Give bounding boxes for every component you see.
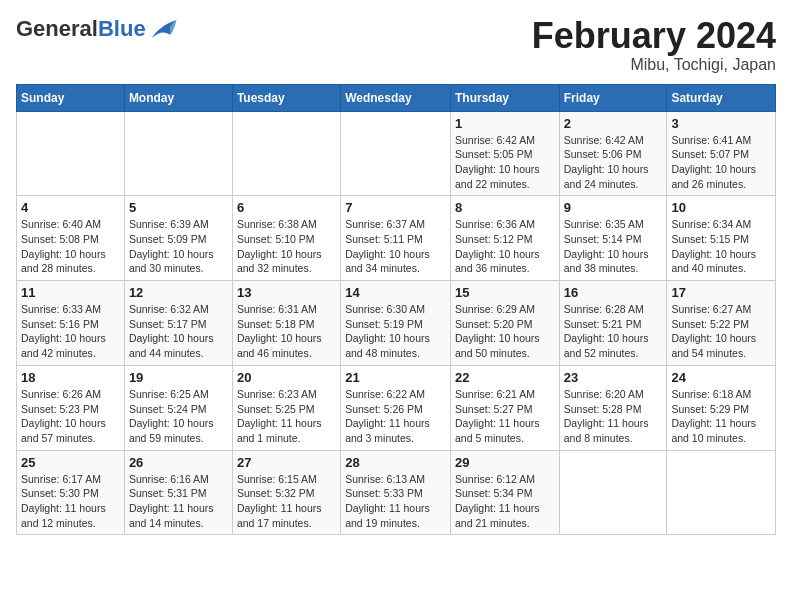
day-info: Sunrise: 6:12 AM Sunset: 5:34 PM Dayligh… <box>455 472 555 531</box>
day-number: 29 <box>455 455 555 470</box>
calendar-cell: 14Sunrise: 6:30 AM Sunset: 5:19 PM Dayli… <box>341 281 451 366</box>
logo-bird-icon <box>148 17 178 41</box>
day-number: 22 <box>455 370 555 385</box>
calendar-cell: 4Sunrise: 6:40 AM Sunset: 5:08 PM Daylig… <box>17 196 125 281</box>
logo: GeneralBlue <box>16 16 178 42</box>
calendar-cell: 7Sunrise: 6:37 AM Sunset: 5:11 PM Daylig… <box>341 196 451 281</box>
calendar-table: SundayMondayTuesdayWednesdayThursdayFrid… <box>16 84 776 536</box>
day-info: Sunrise: 6:30 AM Sunset: 5:19 PM Dayligh… <box>345 302 446 361</box>
calendar-cell: 15Sunrise: 6:29 AM Sunset: 5:20 PM Dayli… <box>450 281 559 366</box>
logo-blue: Blue <box>98 16 146 41</box>
calendar-cell: 8Sunrise: 6:36 AM Sunset: 5:12 PM Daylig… <box>450 196 559 281</box>
day-number: 27 <box>237 455 336 470</box>
day-info: Sunrise: 6:31 AM Sunset: 5:18 PM Dayligh… <box>237 302 336 361</box>
calendar-cell: 2Sunrise: 6:42 AM Sunset: 5:06 PM Daylig… <box>559 111 667 196</box>
day-info: Sunrise: 6:42 AM Sunset: 5:05 PM Dayligh… <box>455 133 555 192</box>
calendar-cell: 11Sunrise: 6:33 AM Sunset: 5:16 PM Dayli… <box>17 281 125 366</box>
day-number: 14 <box>345 285 446 300</box>
calendar-cell: 18Sunrise: 6:26 AM Sunset: 5:23 PM Dayli… <box>17 365 125 450</box>
day-info: Sunrise: 6:40 AM Sunset: 5:08 PM Dayligh… <box>21 217 120 276</box>
weekday-header-tuesday: Tuesday <box>232 84 340 111</box>
day-info: Sunrise: 6:34 AM Sunset: 5:15 PM Dayligh… <box>671 217 771 276</box>
calendar-cell: 3Sunrise: 6:41 AM Sunset: 5:07 PM Daylig… <box>667 111 776 196</box>
day-number: 16 <box>564 285 663 300</box>
day-number: 2 <box>564 116 663 131</box>
day-info: Sunrise: 6:38 AM Sunset: 5:10 PM Dayligh… <box>237 217 336 276</box>
calendar-cell: 23Sunrise: 6:20 AM Sunset: 5:28 PM Dayli… <box>559 365 667 450</box>
calendar-header: SundayMondayTuesdayWednesdayThursdayFrid… <box>17 84 776 111</box>
calendar-cell <box>667 450 776 535</box>
day-number: 15 <box>455 285 555 300</box>
day-info: Sunrise: 6:22 AM Sunset: 5:26 PM Dayligh… <box>345 387 446 446</box>
page-header: GeneralBlue February 2024 Mibu, Tochigi,… <box>16 16 776 74</box>
calendar-cell: 28Sunrise: 6:13 AM Sunset: 5:33 PM Dayli… <box>341 450 451 535</box>
calendar-cell <box>124 111 232 196</box>
weekday-header-sunday: Sunday <box>17 84 125 111</box>
day-number: 28 <box>345 455 446 470</box>
day-info: Sunrise: 6:35 AM Sunset: 5:14 PM Dayligh… <box>564 217 663 276</box>
logo-text: GeneralBlue <box>16 16 146 42</box>
title-section: February 2024 Mibu, Tochigi, Japan <box>532 16 776 74</box>
calendar-cell: 29Sunrise: 6:12 AM Sunset: 5:34 PM Dayli… <box>450 450 559 535</box>
calendar-week-1: 1Sunrise: 6:42 AM Sunset: 5:05 PM Daylig… <box>17 111 776 196</box>
day-number: 21 <box>345 370 446 385</box>
day-info: Sunrise: 6:42 AM Sunset: 5:06 PM Dayligh… <box>564 133 663 192</box>
day-number: 18 <box>21 370 120 385</box>
calendar-cell: 22Sunrise: 6:21 AM Sunset: 5:27 PM Dayli… <box>450 365 559 450</box>
day-info: Sunrise: 6:36 AM Sunset: 5:12 PM Dayligh… <box>455 217 555 276</box>
weekday-header-friday: Friday <box>559 84 667 111</box>
day-number: 19 <box>129 370 228 385</box>
calendar-cell: 25Sunrise: 6:17 AM Sunset: 5:30 PM Dayli… <box>17 450 125 535</box>
day-info: Sunrise: 6:16 AM Sunset: 5:31 PM Dayligh… <box>129 472 228 531</box>
calendar-cell: 10Sunrise: 6:34 AM Sunset: 5:15 PM Dayli… <box>667 196 776 281</box>
calendar-cell <box>341 111 451 196</box>
day-info: Sunrise: 6:41 AM Sunset: 5:07 PM Dayligh… <box>671 133 771 192</box>
weekday-header-thursday: Thursday <box>450 84 559 111</box>
day-number: 1 <box>455 116 555 131</box>
day-info: Sunrise: 6:33 AM Sunset: 5:16 PM Dayligh… <box>21 302 120 361</box>
weekday-header-saturday: Saturday <box>667 84 776 111</box>
calendar-week-4: 18Sunrise: 6:26 AM Sunset: 5:23 PM Dayli… <box>17 365 776 450</box>
day-number: 25 <box>21 455 120 470</box>
calendar-body: 1Sunrise: 6:42 AM Sunset: 5:05 PM Daylig… <box>17 111 776 535</box>
day-info: Sunrise: 6:39 AM Sunset: 5:09 PM Dayligh… <box>129 217 228 276</box>
calendar-cell: 21Sunrise: 6:22 AM Sunset: 5:26 PM Dayli… <box>341 365 451 450</box>
day-info: Sunrise: 6:26 AM Sunset: 5:23 PM Dayligh… <box>21 387 120 446</box>
weekday-header-wednesday: Wednesday <box>341 84 451 111</box>
day-number: 10 <box>671 200 771 215</box>
calendar-week-5: 25Sunrise: 6:17 AM Sunset: 5:30 PM Dayli… <box>17 450 776 535</box>
day-number: 12 <box>129 285 228 300</box>
day-info: Sunrise: 6:13 AM Sunset: 5:33 PM Dayligh… <box>345 472 446 531</box>
calendar-cell: 9Sunrise: 6:35 AM Sunset: 5:14 PM Daylig… <box>559 196 667 281</box>
day-number: 11 <box>21 285 120 300</box>
day-number: 4 <box>21 200 120 215</box>
calendar-cell <box>232 111 340 196</box>
logo-general: General <box>16 16 98 41</box>
calendar-week-3: 11Sunrise: 6:33 AM Sunset: 5:16 PM Dayli… <box>17 281 776 366</box>
day-number: 6 <box>237 200 336 215</box>
calendar-cell: 12Sunrise: 6:32 AM Sunset: 5:17 PM Dayli… <box>124 281 232 366</box>
day-number: 5 <box>129 200 228 215</box>
day-number: 23 <box>564 370 663 385</box>
calendar-cell: 13Sunrise: 6:31 AM Sunset: 5:18 PM Dayli… <box>232 281 340 366</box>
calendar-cell: 16Sunrise: 6:28 AM Sunset: 5:21 PM Dayli… <box>559 281 667 366</box>
calendar-cell: 5Sunrise: 6:39 AM Sunset: 5:09 PM Daylig… <box>124 196 232 281</box>
day-number: 7 <box>345 200 446 215</box>
day-info: Sunrise: 6:18 AM Sunset: 5:29 PM Dayligh… <box>671 387 771 446</box>
day-info: Sunrise: 6:37 AM Sunset: 5:11 PM Dayligh… <box>345 217 446 276</box>
month-title: February 2024 <box>532 16 776 56</box>
calendar-cell: 17Sunrise: 6:27 AM Sunset: 5:22 PM Dayli… <box>667 281 776 366</box>
day-number: 26 <box>129 455 228 470</box>
day-info: Sunrise: 6:27 AM Sunset: 5:22 PM Dayligh… <box>671 302 771 361</box>
day-info: Sunrise: 6:23 AM Sunset: 5:25 PM Dayligh… <box>237 387 336 446</box>
weekday-header-row: SundayMondayTuesdayWednesdayThursdayFrid… <box>17 84 776 111</box>
weekday-header-monday: Monday <box>124 84 232 111</box>
day-number: 17 <box>671 285 771 300</box>
day-info: Sunrise: 6:25 AM Sunset: 5:24 PM Dayligh… <box>129 387 228 446</box>
day-number: 20 <box>237 370 336 385</box>
calendar-cell: 1Sunrise: 6:42 AM Sunset: 5:05 PM Daylig… <box>450 111 559 196</box>
day-number: 3 <box>671 116 771 131</box>
day-number: 8 <box>455 200 555 215</box>
day-info: Sunrise: 6:15 AM Sunset: 5:32 PM Dayligh… <box>237 472 336 531</box>
day-number: 9 <box>564 200 663 215</box>
